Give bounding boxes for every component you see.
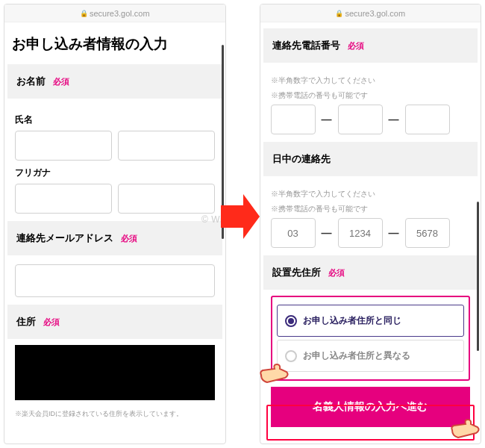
daytime-hint-2: ※携帯電話の番号も可能です	[271, 203, 471, 215]
name-fields: 氏名 フリガナ	[7, 105, 222, 221]
section-email-label: 連絡先メールアドレス	[16, 231, 113, 245]
phone-hint-1: ※半角数字で入力してください	[271, 75, 471, 87]
section-address-label: 住所	[16, 315, 36, 329]
section-install-label: 設置先住所	[272, 266, 321, 279]
required-badge: 必須	[328, 267, 345, 279]
radio-diff-label: お申し込み者住所と異なる	[303, 349, 410, 362]
url-text: secure3.gol.com	[345, 9, 405, 18]
address-preview-redacted	[15, 345, 215, 400]
pointing-hand-icon	[449, 417, 481, 444]
firstname-input[interactable]	[118, 131, 215, 161]
section-install: 設置先住所 必須	[263, 255, 478, 290]
page-title: お申し込み者情報の入力	[7, 28, 222, 64]
lock-icon: 🔒	[335, 10, 343, 17]
lastname-kana-input[interactable]	[15, 184, 112, 214]
daytime-hint-1: ※半角数字で入力してください	[271, 188, 471, 200]
radio-dot-selected-icon	[285, 315, 297, 327]
section-name-label: お名前	[16, 75, 46, 88]
phone-hint-2: ※携帯電話の番号も可能です	[271, 90, 471, 102]
arrow-icon	[221, 190, 260, 243]
radio-same-address[interactable]: お申し込み者住所と同じ	[277, 305, 465, 337]
url-text: secure3.gol.com	[90, 9, 150, 18]
day-phone1-input[interactable]	[271, 218, 316, 248]
phone-right: 🔒 secure3.gol.com 連絡先電話番号 必須 ※半角数字で入力してく…	[260, 4, 482, 444]
required-badge: 必須	[53, 76, 69, 87]
furigana-label: フリガナ	[15, 167, 215, 179]
radio-different-address[interactable]: お申し込み者住所と異なる	[277, 340, 465, 372]
lock-icon: 🔒	[80, 10, 88, 17]
section-email: 連絡先メールアドレス 必須	[7, 221, 222, 255]
install-address-radio-group: お申し込み者住所と同じ お申し込み者住所と異なる	[271, 296, 471, 381]
scrollbar[interactable]	[477, 202, 479, 351]
phone2-input[interactable]	[338, 105, 383, 134]
url-bar: 🔒 secure3.gol.com	[260, 4, 481, 22]
phone-body-right: 連絡先電話番号 必須 ※半角数字で入力してください ※携帯電話の番号も可能です …	[260, 22, 481, 444]
dash: —	[319, 113, 335, 125]
fullname-label: 氏名	[15, 113, 215, 126]
required-badge: 必須	[348, 40, 364, 52]
url-bar: 🔒 secure3.gol.com	[4, 4, 225, 22]
section-daytime: 日中の連絡先	[263, 142, 478, 176]
section-address: 住所 必須	[7, 305, 222, 339]
email-input[interactable]	[15, 264, 215, 297]
section-phone-label: 連絡先電話番号	[272, 39, 340, 52]
day-phone3-input[interactable]	[405, 218, 450, 248]
radio-same-label: お申し込み者住所と同じ	[303, 314, 401, 327]
required-badge: 必須	[121, 233, 137, 244]
radio-dot-unselected-icon	[285, 350, 297, 362]
dash: —	[319, 227, 335, 239]
dash: —	[386, 113, 402, 125]
day-phone2-input[interactable]	[338, 218, 383, 248]
dash: —	[386, 227, 402, 239]
phone3-input[interactable]	[405, 105, 450, 134]
section-daytime-label: 日中の連絡先	[272, 152, 331, 166]
proceed-button[interactable]: 名義人情報の入力へ進む	[271, 387, 471, 427]
pointing-hand-icon	[258, 361, 290, 388]
required-badge: 必須	[43, 317, 60, 328]
phone-left: 🔒 secure3.gol.com お申し込み者情報の入力 お名前 必須 氏名 …	[4, 4, 226, 444]
phone1-input[interactable]	[271, 105, 316, 134]
section-name: お名前 必須	[7, 64, 222, 99]
lastname-input[interactable]	[15, 131, 112, 161]
section-phone: 連絡先電話番号 必須	[263, 28, 478, 63]
address-note: ※楽天会員IDに登録されている住所を表示しています。	[7, 406, 222, 423]
phone-body-left: お申し込み者情報の入力 お名前 必須 氏名 フリガナ 連絡先メールアドレス	[4, 22, 225, 444]
firstname-kana-input[interactable]	[118, 184, 215, 214]
